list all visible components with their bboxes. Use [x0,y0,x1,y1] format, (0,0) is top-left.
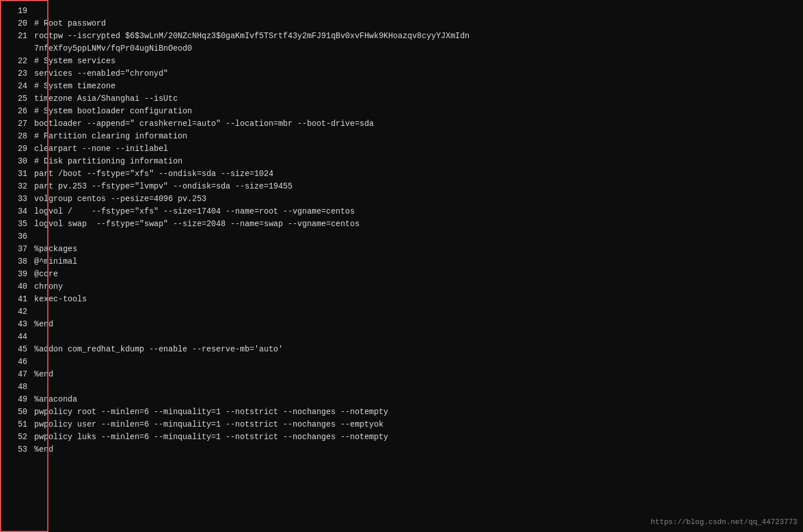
line-number: 48 [0,380,34,393]
code-line: 41kexec-tools [0,293,803,305]
line-content: @core [34,268,803,280]
line-number: 20 [0,17,34,30]
line-number: 47 [0,368,34,380]
line-number: 28 [0,130,34,142]
code-line: 28# Partition clearing information [0,130,803,142]
line-number: 49 [0,393,34,406]
code-line: 19 [0,5,803,17]
code-line: 25timezone Asia/Shanghai --isUtc [0,92,803,105]
code-line: 7nfeXfoy5ppLNMv/fqPr04ugNiBnOeod0 [0,42,803,55]
line-content: @^minimal [34,255,803,268]
line-content: logvol swap --fstype="swap" --size=2048 … [34,218,803,230]
line-number: 22 [0,55,34,67]
line-content: # Partition clearing information [34,130,803,142]
line-content: %end [34,443,803,456]
line-content: volgroup centos --pesize=4096 pv.253 [34,193,803,205]
code-line: 45%addon com_redhat_kdump --enable --res… [0,343,803,355]
code-line: 34logvol / --fstype="xfs" --size=17404 -… [0,205,803,218]
line-content: 7nfeXfoy5ppLNMv/fqPr04ugNiBnOeod0 [34,42,803,55]
line-content: bootloader --append=" crashkernel=auto" … [34,117,803,130]
line-content: pwpolicy luks --minlen=6 --minquality=1 … [34,431,803,443]
line-content: # System timezone [34,80,803,92]
line-content: kexec-tools [34,293,803,305]
line-number: 52 [0,431,34,443]
line-number: 51 [0,418,34,431]
code-line: 51pwpolicy user --minlen=6 --minquality=… [0,418,803,431]
code-line: 27bootloader --append=" crashkernel=auto… [0,117,803,130]
line-content: logvol / --fstype="xfs" --size=17404 --n… [34,205,803,218]
code-line: 46 [0,355,803,368]
line-number: 26 [0,105,34,117]
line-number: 41 [0,293,34,305]
line-number: 45 [0,343,34,355]
line-number: 44 [0,330,34,343]
line-content: part pv.253 --fstype="lvmpv" --ondisk=sd… [34,180,803,193]
code-line: 36 [0,230,803,243]
code-line: 44 [0,330,803,343]
code-line: 52pwpolicy luks --minlen=6 --minquality=… [0,431,803,443]
code-line: 26# System bootloader configuration [0,105,803,117]
line-number: 50 [0,406,34,418]
code-line: 40chrony [0,280,803,293]
line-number: 35 [0,218,34,230]
line-number: 32 [0,180,34,193]
line-content: # Disk partitioning information [34,155,803,167]
line-number: 38 [0,255,34,268]
line-number: 19 [0,5,34,17]
code-line: 31part /boot --fstype="xfs" --ondisk=sda… [0,167,803,180]
line-number: 39 [0,268,34,280]
code-line: 42 [0,305,803,318]
code-line: 49%anaconda [0,393,803,406]
line-content: timezone Asia/Shanghai --isUtc [34,92,803,105]
line-number: 34 [0,205,34,218]
line-number: 53 [0,443,34,456]
code-line: 38@^minimal [0,255,803,268]
line-number: 24 [0,80,34,92]
line-number: 23 [0,67,34,80]
line-content: rootpw --iscrypted $6$3wLnM/20NZcNHqz3$0… [34,30,803,42]
line-number: 33 [0,193,34,205]
code-line: 20# Root password [0,17,803,30]
code-line: 53%end [0,443,803,456]
code-container: 1920# Root password21rootpw --iscrypted … [0,0,803,532]
line-number: 46 [0,355,34,368]
line-number: 30 [0,155,34,167]
line-content: # System services [34,55,803,67]
line-number: 27 [0,117,34,130]
line-number: 36 [0,230,34,243]
line-number: 29 [0,142,34,155]
line-content: %end [34,318,803,330]
line-content: %anaconda [34,393,803,406]
code-line: 35logvol swap --fstype="swap" --size=204… [0,218,803,230]
code-line: 37%packages [0,243,803,255]
line-content: chrony [34,280,803,293]
line-content: part /boot --fstype="xfs" --ondisk=sda -… [34,167,803,180]
line-number: 31 [0,167,34,180]
line-content: %addon com_redhat_kdump --enable --reser… [34,343,803,355]
line-content: services --enabled="chronyd" [34,67,803,80]
code-line: 23services --enabled="chronyd" [0,67,803,80]
line-number: 42 [0,305,34,318]
line-number: 43 [0,318,34,330]
line-number: 25 [0,92,34,105]
line-content: pwpolicy user --minlen=6 --minquality=1 … [34,418,803,431]
line-content: %packages [34,243,803,255]
code-line: 48 [0,380,803,393]
code-line: 22# System services [0,55,803,67]
line-number: 40 [0,280,34,293]
line-content: %end [34,368,803,380]
lines-wrapper: 1920# Root password21rootpw --iscrypted … [0,5,803,456]
line-number: 37 [0,243,34,255]
code-line: 47%end [0,368,803,380]
line-content: # System bootloader configuration [34,105,803,117]
line-content: # Root password [34,17,803,30]
code-line: 39@core [0,268,803,280]
code-line: 24# System timezone [0,80,803,92]
code-line: 21rootpw --iscrypted $6$3wLnM/20NZcNHqz3… [0,30,803,42]
watermark: https://blog.csdn.net/qq_44723773 [651,518,797,526]
line-content: clearpart --none --initlabel [34,142,803,155]
code-line: 29clearpart --none --initlabel [0,142,803,155]
line-number: 21 [0,30,34,42]
code-line: 43%end [0,318,803,330]
code-line: 30# Disk partitioning information [0,155,803,167]
